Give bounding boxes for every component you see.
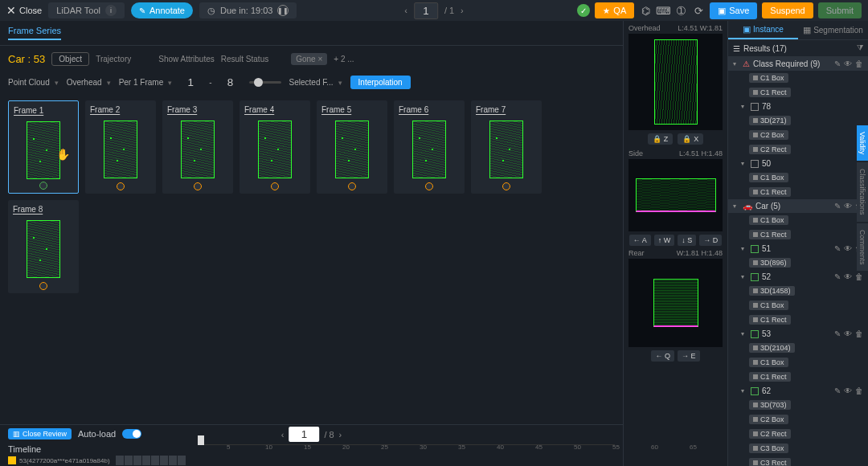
result-chip[interactable]: C3 Rect: [749, 458, 791, 466]
result-chip[interactable]: 3D(896): [749, 258, 791, 268]
car-item-53[interactable]: ▾53✎👁🗑: [728, 327, 868, 341]
chip-row[interactable]: C1 Box: [728, 355, 868, 370]
result-chip[interactable]: C1 Rect: [749, 230, 791, 239]
segment[interactable]: [142, 456, 150, 465]
filter-icon[interactable]: ⧩: [857, 43, 863, 53]
frame-card-7[interactable]: Frame 7: [471, 100, 542, 194]
chip-row[interactable]: 3D(1458): [728, 284, 868, 298]
submit-button[interactable]: Submit: [818, 2, 862, 18]
result-chip[interactable]: C1 Rect: [749, 187, 791, 197]
trajectory-link[interactable]: Trajectory: [96, 55, 131, 63]
car-item-62[interactable]: ▾62✎👁🗑: [728, 384, 868, 398]
chip-row[interactable]: C1 Box: [728, 298, 868, 313]
prev-icon[interactable]: ‹: [404, 6, 407, 15]
next-icon[interactable]: ›: [461, 6, 464, 15]
item-50[interactable]: ▾50: [728, 157, 868, 170]
chip-row[interactable]: C2 Rect: [728, 142, 868, 157]
rear-view[interactable]: [628, 259, 723, 347]
result-chip[interactable]: C1 Box: [749, 358, 788, 367]
object-pill[interactable]: Object: [51, 52, 89, 66]
frame-card-5[interactable]: Frame 5: [317, 100, 387, 194]
show-attributes[interactable]: Show Attributes: [158, 55, 214, 63]
chip-row[interactable]: C1 Rect: [728, 227, 868, 242]
chip-row[interactable]: C2 Box: [728, 128, 868, 142]
bottom-page-input[interactable]: [289, 427, 319, 442]
lock-z[interactable]: 🔒Z: [648, 133, 674, 145]
chip-row[interactable]: C2 Rect: [728, 427, 868, 441]
gone-pill[interactable]: Gone ×: [291, 53, 327, 65]
refresh-icon[interactable]: ⟳: [692, 4, 705, 17]
segment[interactable]: [169, 456, 177, 465]
result-chip[interactable]: C1 Box: [749, 300, 788, 310]
chip-row[interactable]: 3D(2104): [728, 341, 868, 355]
result-chip[interactable]: 3D(1458): [749, 286, 795, 296]
chip-row[interactable]: C1 Box: [728, 213, 868, 227]
bug-icon[interactable]: ⌬: [639, 4, 652, 17]
side-tab-comments[interactable]: Comments: [857, 223, 868, 272]
help-icon[interactable]: ➀: [674, 4, 687, 17]
frame-card-4[interactable]: Frame 4: [240, 100, 310, 194]
result-chip[interactable]: C1 Rect: [749, 88, 791, 97]
chip-row[interactable]: C2 Box: [728, 412, 868, 427]
segment[interactable]: [116, 456, 124, 465]
side-tab-validity[interactable]: Validity: [857, 125, 868, 161]
range-to-input[interactable]: [220, 76, 241, 88]
next-icon[interactable]: ›: [339, 430, 342, 439]
chip-row[interactable]: C1 Rect: [728, 185, 868, 199]
autoload-toggle[interactable]: [122, 429, 141, 439]
interpolation-button[interactable]: Interpolation: [350, 76, 411, 89]
result-chip[interactable]: C1 Rect: [749, 372, 791, 382]
chip-row[interactable]: C1 Rect: [728, 370, 868, 384]
suspend-button[interactable]: Suspend: [762, 2, 813, 18]
result-chip[interactable]: C3 Box: [749, 444, 788, 453]
close-review-button[interactable]: ▥Close Review: [8, 428, 72, 439]
nav-a[interactable]: ← A: [629, 235, 651, 246]
frame-card-2[interactable]: Frame 2: [85, 100, 156, 194]
overhead-view[interactable]: [628, 34, 723, 130]
chip-row[interactable]: C1 Rect: [728, 313, 868, 327]
segment[interactable]: [151, 456, 159, 465]
result-chip[interactable]: 3D(2104): [749, 343, 795, 353]
range-from-input[interactable]: [180, 76, 201, 88]
frame-card-1[interactable]: Frame 1 ✋: [8, 100, 79, 194]
frame-card-8[interactable]: Frame 8: [8, 200, 79, 293]
segment[interactable]: [160, 456, 168, 465]
chip-row[interactable]: C1 Rect: [728, 85, 868, 100]
range-slider[interactable]: [249, 81, 281, 84]
prev-icon[interactable]: ‹: [281, 430, 285, 439]
shortcut-icon[interactable]: ⌨: [657, 4, 669, 17]
frame-card-6[interactable]: Frame 6: [394, 100, 465, 194]
car-item-51[interactable]: ▾51✎👁🗑: [728, 242, 868, 255]
chip-row[interactable]: C3 Rect: [728, 456, 868, 466]
class-required-group[interactable]: ▾⚠Class Required (9)✎👁🗑: [728, 57, 868, 71]
pause-icon[interactable]: ❚❚: [277, 5, 289, 16]
segment[interactable]: [133, 456, 141, 465]
result-chip[interactable]: C2 Box: [749, 130, 788, 140]
tab-instance[interactable]: ▣Instance: [728, 21, 798, 39]
track-segments[interactable]: [116, 456, 186, 465]
overhead-dropdown[interactable]: Overhead▾: [67, 78, 111, 87]
save-button[interactable]: ▣Save: [710, 2, 757, 19]
page-input[interactable]: [414, 2, 438, 19]
car-group[interactable]: ▾🚗Car (5)✎👁🗑: [728, 199, 868, 213]
lock-x[interactable]: 🔒X: [678, 133, 703, 145]
more-tags[interactable]: + 2 ...: [334, 55, 354, 63]
segment[interactable]: [125, 456, 133, 465]
playhead[interactable]: [198, 435, 204, 445]
tab-segmentation[interactable]: ▦Segmentation: [798, 21, 868, 39]
frame-card-3[interactable]: Frame 3: [162, 100, 233, 194]
chip-row[interactable]: 3D(703): [728, 398, 868, 412]
car-item-52[interactable]: ▾52✎👁🗑: [728, 270, 868, 284]
qa-button[interactable]: ★QA: [595, 2, 634, 18]
chip-row[interactable]: C3 Box: [728, 441, 868, 456]
result-chip[interactable]: C1 Box: [749, 215, 788, 225]
info-icon[interactable]: i: [105, 5, 117, 16]
result-chip[interactable]: C2 Rect: [749, 145, 791, 154]
result-status[interactable]: Result Status: [221, 55, 268, 63]
result-chip[interactable]: C1 Rect: [749, 315, 791, 325]
nav-d[interactable]: → D: [699, 235, 722, 246]
chip-row[interactable]: 3D(896): [728, 255, 868, 270]
timeline-ruler[interactable]: 5101520253035404550556065: [198, 444, 615, 454]
result-chip[interactable]: C1 Box: [749, 73, 788, 83]
annotate-button[interactable]: ✎Annotate: [131, 2, 193, 18]
